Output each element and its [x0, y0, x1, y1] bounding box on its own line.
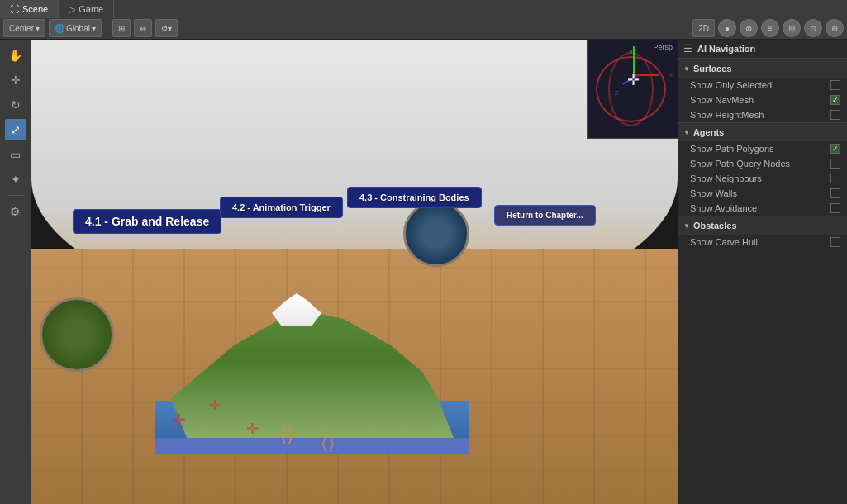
y-label: Y [629, 48, 633, 55]
triangle-icon: ▼ [683, 65, 690, 73]
show-neighbours[interactable]: Show Neighbours [678, 171, 847, 186]
move-tool[interactable]: ✛ [5, 69, 26, 91]
mini-viewport: Persp Y X Z ✛ [587, 40, 678, 139]
chevron-down-icon: ▾ [92, 24, 96, 33]
tab-bar: ⛶ Scene ▷ Game [0, 0, 114, 18]
show-path-query-nodes-checkbox[interactable] [830, 159, 840, 169]
scene-area[interactable]: 4.1 - Grab and Release 4.2 - Animation T… [31, 40, 678, 504]
surfaces-section-header[interactable]: ▼ Surfaces [678, 59, 847, 78]
grid-button[interactable]: ⊞ [112, 19, 131, 37]
gizmo-label: Persp [653, 43, 673, 51]
agents-section-header[interactable]: ▼ Agents [678, 122, 847, 141]
sidebar-separator [7, 195, 24, 196]
show-carve-hull-checkbox[interactable] [830, 237, 840, 247]
global-label: Global [66, 24, 90, 33]
terrain-platform [155, 438, 469, 454]
left-sidebar: ✋ ✛ ↻ ⤢ ▭ ✦ ⚙ [0, 40, 31, 504]
top-toolbar: ⛶ Scene ▷ Game Center ▾ 🌐 Global ▾ ⊞ ⇔ ↺… [0, 0, 847, 40]
rotate-tool[interactable]: ↻ [5, 94, 26, 116]
obstacles-section-header[interactable]: ▼ Obstacles [678, 216, 847, 235]
separator2 [183, 21, 183, 36]
toolbar-row: Center ▾ 🌐 Global ▾ ⊞ ⇔ ↺▾ 2D ● ⊗ ≡ ⊞ ⊙ … [0, 17, 847, 39]
show-only-selected-checkbox[interactable] [830, 80, 840, 90]
audio-button[interactable]: ⊗ [740, 19, 758, 37]
show-path-query-nodes[interactable]: Show Path Query Nodes [678, 156, 847, 171]
nav-marker-3: ✛ [246, 420, 259, 438]
custom-tool[interactable]: ⚙ [5, 201, 26, 222]
scale-tool[interactable]: ⤢ [5, 119, 26, 140]
game-icon: ▷ [69, 4, 75, 15]
rect-tool[interactable]: ▭ [5, 144, 26, 165]
scene-label-42: 4.2 - Animation Trigger [220, 197, 343, 218]
effects-button[interactable]: ≡ [761, 19, 779, 37]
center-label: Center [9, 24, 34, 33]
chevron-down-icon: ▾ [36, 24, 40, 33]
tab-scene[interactable]: ⛶ Scene [0, 0, 59, 18]
show-heightmesh[interactable]: Show HeightMesh [678, 107, 847, 122]
show-walls[interactable]: Show Walls [678, 186, 847, 201]
hand-tool[interactable]: ✋ [5, 45, 26, 66]
pivot-button[interactable]: ↺▾ [155, 19, 178, 37]
tab-game[interactable]: ▷ Game [59, 0, 114, 18]
portal-grass [40, 297, 114, 372]
scene-label-43: 4.3 - Constraining Bodies [347, 187, 482, 208]
scene-icon: ⛶ [10, 4, 19, 14]
multi-tool[interactable]: ✦ [5, 169, 26, 190]
toolbar-right: 2D ● ⊗ ≡ ⊞ ⊙ ⊕ [692, 19, 844, 37]
hamburger-icon: ☰ [683, 43, 692, 55]
triangle-icon: ▼ [683, 222, 690, 230]
snap-button[interactable]: ⇔ [134, 19, 152, 37]
2d-button[interactable]: 2D [692, 19, 715, 37]
terrain-container [155, 240, 469, 454]
show-path-polygons-checkbox[interactable]: ✓ [830, 144, 840, 154]
global-button[interactable]: 🌐 Global ▾ [49, 19, 102, 37]
separator [107, 21, 107, 36]
show-neighbours-checkbox[interactable] [830, 174, 840, 183]
grid-toggle[interactable]: ⊞ [783, 19, 801, 37]
show-only-selected[interactable]: Show Only Selected [678, 78, 847, 93]
nav-marker-2: ✛ [209, 397, 220, 413]
scene-label-return: Return to Chapter... [494, 205, 596, 226]
light-button[interactable]: ● [718, 19, 736, 37]
transform-gizmo: ✛ [627, 71, 640, 89]
show-carve-hull[interactable]: Show Carve Hull [678, 235, 847, 250]
terrain-land [155, 306, 469, 438]
show-navmesh[interactable]: Show NavMesh ✓ [678, 93, 847, 107]
gizmo-button[interactable]: ⊕ [826, 19, 844, 37]
scene-label-41: 4.1 - Grab and Release [73, 209, 221, 234]
show-walls-checkbox[interactable] [830, 188, 840, 198]
nav-marker-1: ✛ [172, 410, 186, 430]
nav-marker-5: ⟨⟩ [321, 433, 335, 454]
triangle-icon: ▼ [683, 129, 690, 136]
show-heightmesh-checkbox[interactable] [830, 110, 840, 120]
panel-top-bar: ☰ AI Navigation [678, 40, 847, 59]
x-label: X [669, 71, 673, 78]
terrain-snow [272, 293, 321, 326]
nav-marker-4: ⟨⟩ [279, 423, 294, 446]
show-path-polygons[interactable]: Show Path Polygons ✓ [678, 141, 847, 156]
show-avoidance-checkbox[interactable] [830, 203, 840, 213]
z-label: Z [615, 89, 619, 97]
global-icon: 🌐 [55, 24, 64, 33]
camera-button[interactable]: ⊙ [804, 19, 822, 37]
center-button[interactable]: Center ▾ [3, 19, 45, 37]
right-panel: ☰ AI Navigation ▼ Surfaces Show Only Sel… [678, 40, 847, 504]
panel-title: AI Navigation [697, 44, 755, 54]
show-navmesh-checkbox[interactable]: ✓ [830, 95, 840, 105]
show-avoidance[interactable]: Show Avoidance [678, 201, 847, 216]
